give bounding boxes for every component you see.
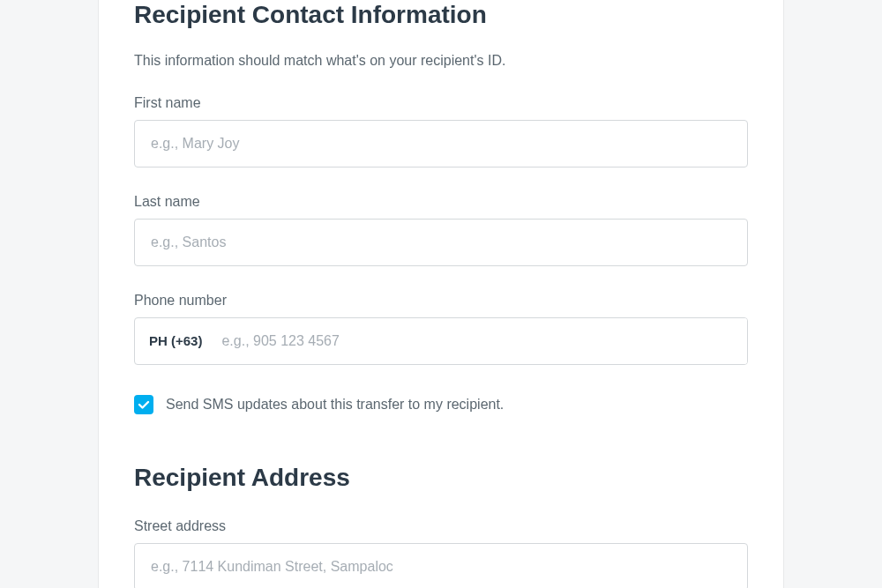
form-panel: Recipient Contact Information This infor…: [98, 0, 784, 588]
first-name-input[interactable]: [134, 120, 748, 167]
street-address-input[interactable]: [134, 543, 748, 588]
contact-section-subtitle: This information should match what's on …: [134, 53, 748, 69]
sms-checkbox-label: Send SMS updates about this transfer to …: [166, 397, 504, 413]
street-address-field-group: Street address: [134, 518, 748, 588]
sms-checkbox[interactable]: [134, 395, 153, 414]
phone-number-input[interactable]: [218, 318, 747, 364]
first-name-field-group: First name: [134, 95, 748, 167]
contact-section-title: Recipient Contact Information: [134, 0, 748, 30]
last-name-input[interactable]: [134, 219, 748, 266]
checkmark-icon: [138, 398, 150, 411]
phone-input-container: PH (+63): [134, 317, 748, 365]
last-name-field-group: Last name: [134, 194, 748, 266]
sms-checkbox-row: Send SMS updates about this transfer to …: [134, 395, 748, 414]
address-section-title: Recipient Address: [134, 464, 748, 492]
phone-number-label: Phone number: [134, 293, 748, 309]
last-name-label: Last name: [134, 194, 748, 210]
first-name-label: First name: [134, 95, 748, 111]
phone-field-group: Phone number PH (+63): [134, 293, 748, 365]
street-address-label: Street address: [134, 518, 748, 534]
phone-country-prefix[interactable]: PH (+63): [135, 333, 218, 348]
